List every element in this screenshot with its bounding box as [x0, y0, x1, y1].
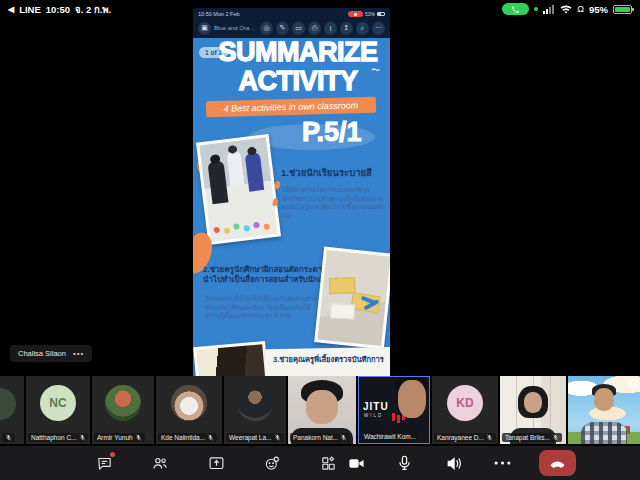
class-name: P.5/1: [302, 117, 362, 148]
more-icon: [494, 460, 511, 466]
search-icon: ⌕: [356, 22, 369, 35]
participant-name: Armir Yunuh: [97, 434, 133, 441]
minimize-video-icon[interactable]: [628, 379, 637, 387]
back-to-app-icon[interactable]: ◀: [8, 5, 14, 14]
participant-strip: NC Natthaphon C... Armir Yunuh Kde Nalin…: [0, 376, 640, 444]
reactions-icon: [263, 455, 281, 472]
document-title: Blue and Orange Minimalist T...: [214, 25, 257, 31]
avatar: NC: [40, 385, 76, 421]
participant-tile[interactable]: Armir Yunuh: [92, 376, 154, 444]
participants-icon: [151, 455, 169, 472]
participant-name: Wachirawit Kom...: [364, 433, 416, 440]
phone-icon: [511, 5, 520, 14]
cellular-icon: [543, 5, 555, 14]
classroom-photo: [199, 137, 277, 241]
muted-mic-icon: [552, 434, 559, 441]
camera-icon: [347, 455, 366, 472]
slide-title-line1: SUMMARIZE: [213, 38, 383, 67]
presenter-menu-button[interactable]: •••: [73, 349, 84, 358]
apps-button[interactable]: [316, 451, 340, 475]
participant-label: Wachirawit Kom...: [361, 432, 419, 441]
orange-tick-decoration: [274, 181, 281, 190]
video-person-face: [398, 380, 426, 418]
participant-tile[interactable]: Tanapat Briks...: [500, 376, 566, 444]
record-icon: ◎: [260, 22, 273, 35]
sidebar-icon: ▣: [198, 22, 211, 35]
participant-label: Weerapat La...: [226, 433, 284, 442]
participant-tile[interactable]: Panakorn Nat...: [288, 376, 356, 444]
participant-tile[interactable]: NC Natthaphon C...: [26, 376, 90, 444]
paper-card: [330, 303, 355, 319]
toolbar-right-group: [344, 446, 576, 480]
shirt-text-2: WILD: [364, 413, 383, 418]
status-left: ◀ LINE 10:50 จ. 2 ก.พ.: [8, 2, 111, 17]
status-date: จ. 2 ก.พ.: [75, 2, 111, 17]
video-person-face: [594, 388, 614, 411]
more-button[interactable]: [490, 451, 514, 475]
back-to-app-label[interactable]: LINE: [19, 4, 41, 15]
participant-name: Weerapat La...: [229, 434, 272, 441]
meeting-toolbar: [0, 446, 640, 480]
speaker-button[interactable]: [442, 451, 466, 475]
student-figure: [226, 150, 244, 185]
section1-body: ได้มีส่วนร่วมในการแนะแนวช่วยนักเรียนระบา…: [282, 186, 386, 220]
student-figure: [245, 152, 265, 192]
section3-photo: [193, 341, 269, 376]
participant-tile-self[interactable]: [568, 376, 640, 444]
muted-mic-icon: [135, 434, 142, 441]
section2-body: ในกิจกรรมนี้ข้าพเจ้าได้ช่วยกันตัดกระดาษท…: [205, 295, 325, 321]
camera-button[interactable]: [344, 451, 368, 475]
chat-icon: [96, 455, 113, 472]
mic-icon: [396, 454, 413, 472]
participant-tile[interactable]: Weerapat La...: [224, 376, 286, 444]
share-icon: ↥: [340, 22, 353, 35]
mic-button[interactable]: [393, 451, 417, 475]
muted-mic-icon: [5, 434, 12, 441]
participant-label: Armir Yunuh: [94, 433, 145, 442]
notebook-photo: [196, 344, 265, 376]
participant-tile[interactable]: KD Kanrayanee D...: [432, 376, 498, 444]
active-call-pill-icon[interactable]: [502, 3, 529, 15]
battery-percent: 95%: [589, 4, 608, 15]
avatar: [0, 388, 16, 420]
share-screen-icon: [208, 455, 225, 472]
end-call-icon: [549, 458, 566, 468]
status-bar: ◀ LINE 10:50 จ. 2 ก.พ. Ω 95%: [0, 0, 640, 18]
video-person-face: [524, 392, 542, 413]
chat-button[interactable]: [92, 451, 116, 475]
status-time: 10:50: [46, 4, 70, 15]
battery-fill: [615, 7, 630, 12]
section3-heading: 3.ช่วยคุณครูพี่เลี้ยงตรวจบันทึกการ: [273, 355, 390, 364]
participant-name: Tanapat Briks...: [505, 434, 550, 441]
participant-tile-partial[interactable]: [0, 376, 24, 444]
participant-label: Natthaphon C...: [28, 433, 88, 442]
camera-in-use-dot: [534, 7, 538, 11]
video-person-face: [306, 390, 338, 424]
shared-screen-view[interactable]: 10:50 Mon 2 Feb 53% ▣ Blue and Orange Mi…: [193, 8, 390, 376]
avatar: [237, 385, 273, 421]
speaker-icon: [445, 455, 463, 472]
subtitle-ribbon: 4 Best activities in own classroom: [206, 97, 376, 117]
muted-mic-icon: [207, 434, 214, 441]
shirt-text: JITU: [363, 401, 389, 412]
paper-card: [329, 277, 356, 294]
squiggle-decoration: 〜: [371, 64, 380, 77]
chat-badge: [110, 452, 115, 457]
avatar: [171, 385, 207, 421]
participant-tile[interactable]: Kde Nalintida...: [156, 376, 222, 444]
end-call-button[interactable]: [539, 450, 576, 476]
section2-photo: [314, 247, 390, 350]
info-icon: i: [324, 22, 337, 35]
avatar: KD: [447, 385, 483, 421]
video-person-shirt: [581, 422, 627, 444]
mirrored-app-toolbar: ▣ Blue and Orange Minimalist T... ◎ ✎ ▭ …: [193, 18, 390, 38]
section1-heading: 1.ช่วยนักเรียนระบายสี: [281, 165, 387, 180]
frame-icon: ▭: [292, 22, 305, 35]
participants-button[interactable]: [148, 451, 172, 475]
reactions-button[interactable]: [260, 451, 284, 475]
slide-title-line2: ACTIVITY: [213, 67, 383, 96]
muted-mic-icon: [486, 434, 493, 441]
participant-label: Kde Nalintida...: [158, 433, 217, 442]
participant-tile-active-speaker[interactable]: JITU WILD Wachirawit Kom...: [358, 376, 430, 444]
share-screen-button[interactable]: [204, 451, 228, 475]
